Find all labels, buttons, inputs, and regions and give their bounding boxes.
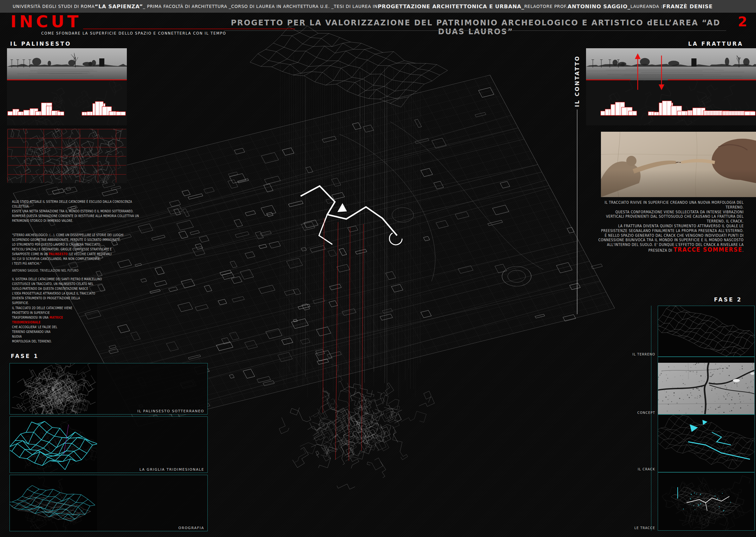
panorama-photo-left [7,48,127,80]
fase1-panel-label: LA GRIGLIA TRIDIMESIONALE [139,468,204,472]
red-grid-map [7,129,127,183]
fase1-panel-griglia: LA GRIGLIA TRIDIMESIONALE [10,416,208,473]
paragraph-frattura: IL TRACCIATO RIVIVE IN SUPERFICIE CREAND… [584,200,744,253]
header-student: FRANZÈ DENISE [662,4,713,10]
board-page-number: 2 [738,14,747,29]
thesis-poster-board: UNIVERSITÀ DEGLI STUDI DI ROMA “LA SAPIE… [0,0,756,537]
header-course: PROGETTAZIONE ARCHITETTONICA E URBANA_ [378,4,524,10]
fase2-panel-terreno [658,306,755,357]
paragraph-tracciato-2d: IL TRACCIATO 2D DELLE CATACOMBE VIENE PR… [12,306,72,344]
up-down-arrow-icon [586,48,756,95]
header-text: _ PRIMA FACOLTÀ DI ARCHITETTURA _CORSO D… [143,4,378,9]
section-heading-frattura: LA FRATTURA [688,41,743,47]
orography-mesh-image [10,475,97,531]
header-university: “LA SAPIENZA” [94,4,143,10]
fresco-image [601,132,756,197]
fase2-column: IL TERRENO CONCEPT IL CRACK LE TRACCE [631,306,755,531]
paragraph-catacombe: ALLO STATO ATTUALE IL SISTEMA DELLE CATA… [12,199,139,223]
fase2-panel-label: IL CRACK [631,468,655,471]
quote-sterro-archeologico: "STERRO ARCHEOLOGICO: (...), COME UN DIS… [12,233,123,266]
header-text: LAUREANDA : [630,4,662,9]
fase1-panel-label: IL PALINSESTO SOTTERRANEO [137,409,204,413]
fase2-panel-label: CONCEPT [631,411,655,415]
header-professor: ANTONINO SAGGIO_ [568,4,630,10]
header-text: RELAOTORE PROF. [524,4,567,9]
landscape-photo [7,48,127,80]
fase2-panel-label: LE TRACCE [631,526,655,530]
paragraph-text: IL TRACCIATO RIVIVE IN SUPERFICIE CREAND… [598,200,744,253]
section-heading-palinsesto: IL PALINSESTO [10,41,71,47]
section-heading-fase1: FASE 1 [11,353,39,359]
fase2-panel-concept [658,357,755,415]
wireframe-network-image [10,363,97,414]
fase2-panel-tracce [658,472,755,531]
fase2-panel-label: IL TERRENO [631,352,655,356]
skyline-diagram [7,80,127,125]
project-logo-incut: INCUT [11,13,82,30]
fase1-panel-label: OROGRAFIA [178,526,204,530]
creation-of-adam-image [601,132,756,197]
cyan-grid-image [10,417,97,473]
section-heading-fase2: FASE 2 [714,296,742,303]
paragraph-text: IL TRACCIATO 2D DELLE CATACOMBE VIENE PR… [12,306,72,319]
gray-underline [224,30,726,31]
page-header: UNIVERSITÀ DEGLI STUDI DI ROMA “LA SAPIE… [0,0,756,13]
section-profile-left [7,80,127,125]
teal-border-line [651,306,651,531]
quote-attribution: ANTONINO SAGGIO, TRIVELLAZIONI NEL FUTUR… [12,268,79,273]
paragraph-text: . [742,248,744,253]
fase2-panel-crack [658,415,755,472]
vertical-label-il-contatto: IL CONTATTO [574,47,580,107]
paragraph-highlight: TRACCE SOMMERSE [673,246,743,253]
fracture-arrows [586,48,756,95]
catacomb-grid-map [7,129,127,183]
vertical-divider-line [577,109,578,314]
project-title: PROGETTO PER LA VALORIZZAZIONE DEL PATRI… [222,19,729,36]
paragraph-text: CHE ACCOGLIERA' LE FALDE DEL TERRENO GEN… [12,325,57,343]
paragraph-sistema-catacombe: IL SISTEMA DELLE CATACOMBE DEI SANTI PIE… [12,277,102,305]
project-subtitle: COME SFONDARE LA SUPERFICIE DELLO SPAZIO… [41,31,226,35]
header-text: UNIVERSITÀ DEGLI STUDI DI ROMA [13,4,94,9]
fase1-panel-palinsesto-sotterraneo: IL PALINSESTO SOTTERRANEO [10,363,208,415]
fase1-panel-orografia: OROGRAFIA [10,475,208,531]
quote-highlight: PALINSESTO [49,252,68,256]
